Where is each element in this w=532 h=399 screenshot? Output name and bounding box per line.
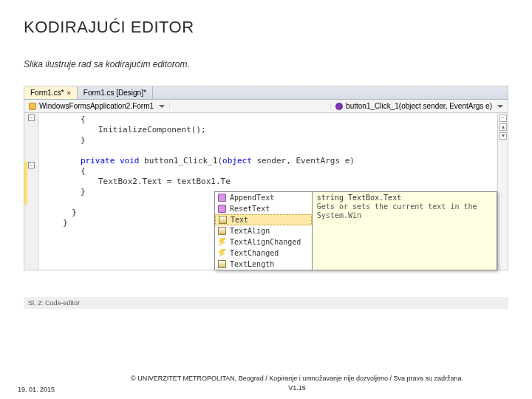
code-line: { (63, 115, 474, 125)
intellisense-label: TextAlign (230, 226, 270, 236)
nav-up-button[interactable]: ▴ (499, 123, 507, 131)
code-line: } (63, 135, 474, 146)
intellisense-list[interactable]: AppendText ResetText Text TextAlign Text… (214, 191, 313, 270)
slide: KODIRAJUĆI EDITOR Slika ilustruje rad sa… (0, 0, 532, 309)
page-title: KODIRAJUĆI EDITOR (24, 18, 508, 37)
tab-bar: Form1.cs* × Form1.cs [Design]* (24, 86, 508, 100)
event-icon (218, 238, 226, 246)
intellisense-item[interactable]: TextAlign (215, 225, 312, 236)
method-icon (218, 205, 226, 213)
property-icon (218, 227, 226, 235)
split-button[interactable]: − (499, 115, 507, 122)
code-line: InitializeComponent(); (63, 125, 474, 135)
code-line (63, 146, 474, 156)
breadcrumb-method[interactable]: button1_Click_1(object sender, EventArgs… (330, 102, 508, 110)
code-area: − − { InitializeComponent(); } private v… (24, 113, 508, 270)
figure-caption: Sl. 2: Code-editor (24, 297, 508, 309)
intellisense-label: Text (231, 215, 248, 225)
tab-label: Form1.cs* (30, 89, 64, 97)
intellisense-item[interactable]: TextLength (215, 259, 312, 270)
intellisense-item[interactable]: TextChanged (215, 248, 312, 259)
intellisense-label: TextLength (230, 259, 274, 270)
code-line: private void button1_Click_1(object send… (63, 156, 474, 166)
footer: 19. 01. 2015 © UNIVERZITET METROPOLITAN,… (0, 374, 532, 393)
method-icon (218, 194, 226, 202)
intellisense-tooltip: string TextBox.Text Gets or sets the cur… (313, 191, 497, 270)
footer-copyright: © UNIVERZITET METROPOLITAN, Beograd / Ko… (80, 374, 514, 393)
tooltip-signature: string TextBox.Text (317, 194, 492, 202)
close-icon[interactable]: × (67, 89, 71, 97)
fold-icon[interactable]: − (28, 162, 35, 168)
intellisense-label: AppendText (230, 193, 274, 203)
page-subtitle: Slika ilustruje rad sa kodirajućim edito… (24, 59, 508, 69)
intellisense-label: TextChanged (230, 248, 279, 259)
gutter: − − (24, 113, 39, 270)
code-line: { (63, 166, 474, 177)
fold-icon[interactable]: − (28, 115, 35, 121)
tab-label: Form1.cs [Design]* (83, 89, 146, 97)
chevron-down-icon (497, 105, 503, 108)
tab-form1-design[interactable]: Form1.cs [Design]* (78, 86, 153, 99)
tab-form1-cs[interactable]: Form1.cs* × (24, 86, 78, 99)
change-marker (24, 162, 27, 205)
class-icon (29, 103, 36, 110)
intellisense-popup: AppendText ResetText Text TextAlign Text… (214, 191, 497, 270)
ide-screenshot: Form1.cs* × Form1.cs [Design]* WindowsFo… (24, 86, 508, 270)
property-icon (218, 260, 226, 268)
tooltip-description: Gets or sets the current text in the Sys… (317, 202, 492, 220)
method-icon (335, 103, 343, 110)
intellisense-item[interactable]: TextAlignChanged (215, 236, 312, 248)
intellisense-label: ResetText (230, 204, 270, 214)
breadcrumb-class[interactable]: WindowsFormsApplication2.Form1 (24, 102, 170, 110)
breadcrumb-class-label: WindowsFormsApplication2.Form1 (39, 102, 154, 110)
intellisense-item[interactable]: ResetText (215, 203, 312, 214)
breadcrumb-bar: WindowsFormsApplication2.Form1 button1_C… (24, 100, 508, 113)
side-buttons: − ▴ ▾ (497, 113, 508, 270)
code-line: TextBox2.Text = textBox1.Te (63, 177, 474, 187)
intellisense-label: TextAlignChanged (230, 237, 301, 248)
event-icon (218, 249, 226, 257)
footer-date: 19. 01. 2015 (18, 386, 80, 393)
breadcrumb-method-label: button1_Click_1(object sender, EventArgs… (346, 102, 492, 110)
code-editor[interactable]: { InitializeComponent(); } private void … (39, 113, 497, 270)
intellisense-item-selected[interactable]: Text (215, 214, 312, 225)
property-icon (219, 216, 227, 224)
intellisense-item[interactable]: AppendText (215, 192, 312, 203)
chevron-down-icon (159, 105, 165, 108)
nav-down-button[interactable]: ▾ (499, 132, 507, 140)
